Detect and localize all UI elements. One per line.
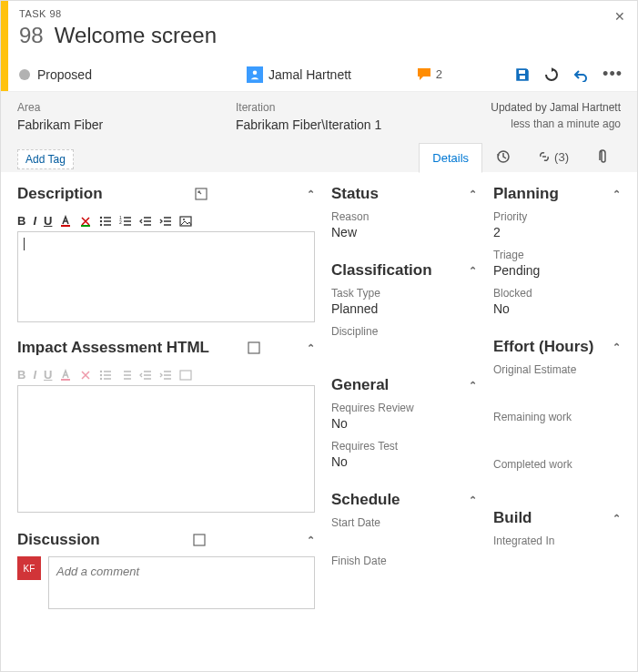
remaining-work-value[interactable] <box>493 425 621 442</box>
svg-point-14 <box>183 219 185 220</box>
underline-button[interactable]: U <box>44 214 52 228</box>
area-value[interactable]: Fabrikam Fiber <box>17 117 181 132</box>
collapse-icon[interactable]: ⌃ <box>469 494 477 506</box>
collapse-icon[interactable]: ⌃ <box>307 342 315 354</box>
clear-format-icon[interactable] <box>79 369 92 382</box>
iteration-value[interactable]: Fabrikam Fiber\Iteration 1 <box>236 117 400 132</box>
discipline-label: Discipline <box>331 325 477 338</box>
assignee-avatar <box>247 66 263 83</box>
svg-rect-6 <box>61 225 70 227</box>
bullets-icon[interactable] <box>99 215 112 228</box>
priority-label: Priority <box>493 210 621 223</box>
font-color-icon[interactable] <box>59 369 72 382</box>
link-icon <box>538 150 551 163</box>
italic-button[interactable]: I <box>33 368 36 382</box>
collapse-icon[interactable]: ⌃ <box>469 380 477 392</box>
completed-work-value[interactable] <box>493 473 621 489</box>
reason-value[interactable]: New <box>331 225 477 241</box>
svg-rect-7 <box>81 225 90 227</box>
collapse-icon[interactable]: ⌃ <box>307 535 315 546</box>
add-tag-button[interactable]: Add Tag <box>17 149 74 169</box>
numbering-icon[interactable]: 12 <box>119 215 132 228</box>
clear-format-icon[interactable] <box>79 215 92 228</box>
task-id: 98 <box>19 23 44 48</box>
indent-icon[interactable] <box>159 369 172 382</box>
tasktype-value[interactable]: Planned <box>331 301 477 318</box>
blocked-label: Blocked <box>493 287 621 300</box>
state-dropdown[interactable]: Proposed <box>37 67 92 82</box>
impact-heading: Impact Assessment HTML <box>17 339 209 357</box>
fullscreen-icon[interactable] <box>248 341 260 354</box>
fullscreen-icon[interactable] <box>195 188 208 200</box>
svg-point-10 <box>100 223 102 225</box>
more-actions-button[interactable]: ••• <box>603 65 623 84</box>
blocked-value[interactable]: No <box>493 301 621 318</box>
triage-label: Triage <box>493 249 621 261</box>
task-type-label: TASK 98 <box>19 8 623 19</box>
discipline-value[interactable] <box>331 340 477 356</box>
effort-heading: Effort (Hours) <box>493 338 593 356</box>
indent-icon[interactable] <box>159 215 172 228</box>
image-icon[interactable] <box>179 369 192 382</box>
integrated-in-value[interactable] <box>493 549 621 565</box>
collapse-icon[interactable]: ⌃ <box>613 341 621 353</box>
tab-links[interactable]: (3) <box>524 142 582 172</box>
bold-button[interactable]: B <box>17 368 25 382</box>
requires-review-value[interactable]: No <box>331 416 477 433</box>
collapse-icon[interactable]: ⌃ <box>469 188 477 200</box>
start-date-label: Start Date <box>331 516 477 529</box>
svg-rect-2 <box>519 70 525 74</box>
tab-attachments[interactable] <box>582 141 621 172</box>
outdent-icon[interactable] <box>139 215 152 228</box>
assignee-field[interactable]: Jamal Hartnett <box>247 66 351 83</box>
undo-icon[interactable] <box>573 67 588 82</box>
image-icon[interactable] <box>179 215 192 228</box>
requires-test-value[interactable]: No <box>331 454 477 471</box>
svg-point-0 <box>253 70 258 75</box>
svg-point-18 <box>100 373 102 375</box>
priority-value[interactable]: 2 <box>493 225 621 241</box>
comments-indicator[interactable]: 2 <box>418 67 442 81</box>
outdent-icon[interactable] <box>139 369 152 382</box>
tab-history[interactable] <box>482 141 524 172</box>
triage-value[interactable]: Pending <box>493 263 621 280</box>
classification-heading: Classification <box>331 261 432 280</box>
tab-details[interactable]: Details <box>419 143 482 173</box>
description-editor[interactable] <box>17 231 315 322</box>
svg-point-9 <box>100 219 102 221</box>
save-icon[interactable] <box>515 67 530 82</box>
underline-button[interactable]: U <box>44 368 52 382</box>
close-button[interactable]: ✕ <box>614 9 625 24</box>
bullets-icon[interactable] <box>99 369 112 382</box>
task-title[interactable]: Welcome screen <box>55 23 217 48</box>
tasktype-label: Task Type <box>331 287 477 300</box>
description-heading: Description <box>17 185 103 203</box>
svg-rect-20 <box>180 371 191 380</box>
comment-icon <box>418 68 432 81</box>
finish-date-value[interactable] <box>331 569 477 585</box>
italic-button[interactable]: I <box>33 214 36 228</box>
font-color-icon[interactable] <box>59 215 72 228</box>
collapse-icon[interactable]: ⌃ <box>613 513 621 524</box>
area-label: Area <box>17 101 181 114</box>
bold-button[interactable]: B <box>17 214 25 228</box>
comment-input[interactable]: Add a comment <box>48 556 315 609</box>
collapse-icon[interactable]: ⌃ <box>469 265 477 277</box>
fullscreen-icon[interactable] <box>193 534 206 546</box>
assignee-name: Jamal Hartnett <box>268 67 351 82</box>
svg-rect-16 <box>61 379 70 381</box>
impact-toolbar: B I U <box>17 364 315 385</box>
svg-point-8 <box>100 216 102 218</box>
collapse-icon[interactable]: ⌃ <box>613 188 621 200</box>
refresh-icon[interactable] <box>544 67 559 82</box>
original-estimate-value[interactable] <box>493 378 621 394</box>
impact-editor[interactable] <box>17 385 315 513</box>
svg-point-19 <box>100 377 102 379</box>
updated-time: less than a minute ago <box>491 117 621 130</box>
updated-by-text: Updated by Jamal Hartnett <box>491 101 621 114</box>
start-date-value[interactable] <box>331 531 477 547</box>
current-user-avatar: KF <box>17 556 41 580</box>
collapse-icon[interactable]: ⌃ <box>307 188 315 200</box>
description-toolbar: B I U 12 <box>17 210 315 231</box>
numbering-icon[interactable] <box>119 369 132 382</box>
